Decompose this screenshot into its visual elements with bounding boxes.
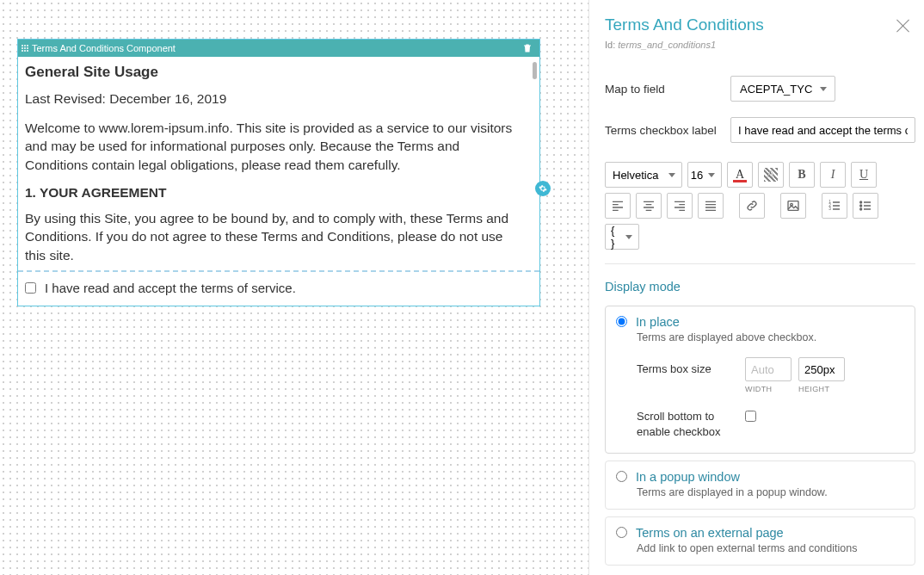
map-to-field-label: Map to field [605, 83, 730, 96]
terms-title: General Site Usage [25, 64, 526, 81]
gear-icon [539, 184, 547, 193]
properties-panel: Terms And Conditions Id: terms_and_condi… [588, 0, 924, 575]
scroll-bottom-checkbox[interactable] [745, 411, 756, 422]
align-right-button[interactable] [667, 193, 693, 219]
map-to-field-select[interactable]: ACEPTA_TYC [730, 76, 835, 102]
terms-checkbox-row: I have read and accept the terms of serv… [18, 272, 539, 306]
panel-title: Terms And Conditions [605, 15, 915, 34]
component-settings-button[interactable] [535, 181, 551, 196]
font-family-select[interactable]: Helvetica [605, 162, 682, 188]
close-panel-button[interactable] [895, 17, 912, 34]
svg-point-15 [860, 205, 862, 207]
italic-button[interactable]: I [820, 162, 846, 188]
display-mode-popup-radio[interactable] [616, 471, 627, 482]
display-mode-external-desc: Add link to open external terms and cond… [637, 542, 902, 554]
insert-variable-button[interactable]: { } [605, 224, 639, 250]
terms-box-size-row: Terms box size WIDTH HEIGHT [637, 357, 902, 393]
terms-width-input[interactable] [745, 357, 792, 381]
svg-point-14 [860, 201, 862, 203]
svg-point-6 [22, 50, 23, 52]
terms-section-heading: 1. YOUR AGREEMENT [25, 185, 526, 201]
svg-point-2 [27, 45, 28, 46]
component-id: Id: terms_and_conditions1 [605, 40, 915, 50]
svg-text:3: 3 [829, 207, 831, 211]
svg-rect-9 [788, 201, 798, 211]
display-mode-popup-desc: Terms are displayed in a popup window. [637, 486, 902, 498]
terms-accept-label: I have read and accept the terms of serv… [45, 281, 296, 295]
svg-point-1 [24, 45, 26, 46]
svg-point-7 [24, 50, 26, 52]
svg-point-8 [27, 50, 28, 52]
display-mode-external[interactable]: Terms on an external page Add link to op… [605, 516, 915, 566]
terms-section-body: By using this Site, you agree to be boun… [25, 209, 526, 265]
align-justify-button[interactable] [698, 193, 724, 219]
rich-text-toolbar: Helvetica 16 A B I U 123 { } [605, 162, 915, 250]
drag-handle-icon[interactable] [22, 45, 28, 52]
link-button[interactable] [739, 193, 765, 219]
scrollbar-thumb[interactable] [533, 62, 537, 79]
svg-point-16 [860, 208, 862, 210]
display-mode-external-radio[interactable] [616, 527, 627, 538]
separator [605, 263, 915, 264]
highlight-color-button[interactable] [758, 162, 784, 188]
svg-point-4 [24, 47, 26, 49]
design-canvas[interactable]: Terms And Conditions Component General S… [0, 0, 588, 575]
delete-icon[interactable] [522, 43, 533, 53]
font-size-select[interactable]: 16 [687, 162, 722, 188]
svg-point-3 [22, 47, 23, 49]
height-caption: HEIGHT [798, 385, 829, 393]
display-mode-inplace-desc: Terms are displayed above checkbox. [637, 331, 902, 343]
underline-button[interactable]: U [851, 162, 877, 188]
component-header-title: Terms And Conditions Component [32, 40, 522, 57]
font-color-button[interactable]: A [727, 162, 753, 188]
image-button[interactable] [780, 193, 806, 219]
bold-button[interactable]: B [789, 162, 815, 188]
align-center-button[interactable] [636, 193, 662, 219]
terms-text-box[interactable]: General Site Usage Last Revised: Decembe… [18, 57, 539, 270]
terms-height-input[interactable] [798, 357, 845, 381]
width-caption: WIDTH [745, 385, 773, 393]
display-mode-inplace-radio[interactable] [616, 316, 627, 327]
terms-revised: Last Revised: December 16, 2019 [25, 90, 526, 108]
align-left-button[interactable] [605, 193, 631, 219]
component-header[interactable]: Terms And Conditions Component [18, 40, 539, 57]
svg-point-5 [27, 47, 28, 49]
checkbox-label-input[interactable] [730, 117, 915, 143]
display-mode-inplace[interactable]: In place Terms are displayed above check… [605, 306, 915, 454]
terms-intro: Welcome to www.lorem-ipsum.info. This si… [25, 119, 526, 175]
display-mode-heading: Display mode [605, 280, 915, 294]
scroll-bottom-label: Scroll bottom to enable checkbox [637, 409, 745, 439]
unordered-list-button[interactable] [853, 193, 878, 219]
ordered-list-button[interactable]: 123 [822, 193, 847, 219]
checkbox-label-label: Terms checkbox label [605, 124, 730, 137]
terms-accept-checkbox[interactable] [25, 282, 36, 294]
svg-point-0 [22, 45, 23, 46]
display-mode-popup[interactable]: In a popup window Terms are displayed in… [605, 461, 915, 510]
terms-component[interactable]: Terms And Conditions Component General S… [17, 39, 540, 306]
